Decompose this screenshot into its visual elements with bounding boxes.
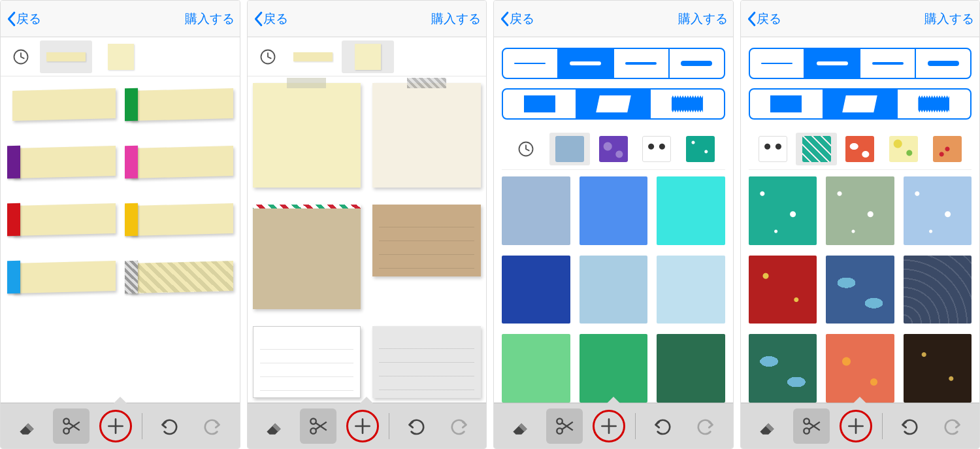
category-recent[interactable] [506, 133, 547, 165]
tape-shape-option[interactable] [503, 90, 576, 118]
add-button[interactable] [838, 408, 874, 444]
undo-button[interactable] [397, 408, 434, 444]
line-width-option[interactable] [557, 49, 613, 78]
sticker-strip[interactable] [6, 83, 117, 129]
line-width-option[interactable] [804, 49, 859, 78]
category-swatch[interactable] [883, 133, 924, 165]
category-swatch[interactable] [753, 133, 794, 165]
purchase-button[interactable]: 購入する [431, 10, 481, 27]
eraser-button[interactable] [749, 408, 785, 444]
scissors-button[interactable] [793, 408, 830, 444]
category-swatch[interactable] [549, 133, 591, 165]
sticker-note[interactable] [372, 326, 481, 398]
scissors-button[interactable] [546, 408, 583, 444]
undo-button[interactable] [644, 408, 680, 444]
pattern-swatch[interactable] [749, 256, 817, 324]
category-tabs [248, 37, 487, 76]
pattern-swatch[interactable] [826, 176, 894, 245]
tape-shape-option[interactable] [896, 90, 970, 118]
screen-sticker-strips: 戻る 購入する [0, 0, 240, 449]
pattern-swatch[interactable] [826, 334, 894, 403]
toolbar-divider [635, 413, 636, 439]
strip-grid [1, 76, 240, 403]
sticker-note[interactable] [372, 83, 481, 188]
tab-recent[interactable] [252, 41, 284, 73]
sticker-note[interactable] [253, 83, 361, 188]
purchase-button[interactable]: 購入する [924, 10, 974, 27]
redo-button[interactable] [688, 408, 725, 444]
color-swatch[interactable] [502, 256, 570, 324]
line-width-option[interactable] [668, 49, 724, 78]
color-swatch[interactable] [657, 176, 725, 245]
scissors-button[interactable] [300, 408, 336, 444]
back-button[interactable]: 戻る [746, 10, 781, 27]
line-width-option[interactable] [503, 49, 557, 78]
pattern-swatch[interactable] [749, 176, 817, 245]
back-label: 戻る [757, 10, 781, 27]
purchase-button[interactable]: 購入する [185, 10, 235, 27]
tape-shape-option[interactable] [823, 90, 896, 118]
color-swatch[interactable] [657, 334, 725, 403]
color-swatch[interactable] [502, 334, 570, 403]
category-swatch[interactable] [926, 133, 968, 165]
color-swatch[interactable] [580, 256, 648, 324]
sticker-note[interactable] [372, 205, 481, 276]
sticker-note[interactable] [253, 326, 361, 398]
pattern-swatch[interactable] [904, 176, 972, 245]
purchase-button[interactable]: 購入する [678, 10, 728, 27]
pattern-swatch[interactable] [904, 256, 972, 324]
tape-shape-option[interactable] [750, 90, 823, 118]
note-icon [108, 44, 134, 70]
pattern-swatch[interactable] [904, 334, 972, 403]
category-swatch[interactable] [636, 133, 678, 165]
undo-button[interactable] [150, 408, 187, 444]
eraser-button[interactable] [8, 408, 45, 444]
tape-config [494, 37, 733, 403]
color-swatch[interactable] [502, 176, 570, 245]
tab-strips[interactable] [287, 41, 339, 73]
category-swatch[interactable] [680, 133, 721, 165]
back-button[interactable]: 戻る [253, 10, 288, 27]
add-button[interactable] [344, 408, 381, 444]
tape-shape-option[interactable] [649, 90, 723, 118]
category-swatch[interactable] [840, 133, 881, 165]
pattern-swatch[interactable] [749, 334, 817, 403]
line-width-option[interactable] [750, 49, 804, 78]
sticker-strip[interactable] [6, 141, 117, 186]
back-button[interactable]: 戻る [499, 10, 534, 27]
category-tabs [1, 37, 240, 76]
color-swatch[interactable] [580, 176, 648, 245]
color-swatch[interactable] [580, 334, 648, 403]
tab-notes[interactable] [95, 41, 147, 73]
pattern-swatch[interactable] [826, 256, 894, 324]
redo-button[interactable] [935, 408, 972, 444]
sticker-note[interactable] [253, 205, 361, 309]
redo-button[interactable] [195, 408, 231, 444]
eraser-icon [263, 415, 285, 437]
eraser-button[interactable] [502, 408, 538, 444]
scissors-button[interactable] [53, 408, 90, 444]
add-button[interactable] [97, 408, 134, 444]
category-swatch[interactable] [593, 133, 634, 165]
redo-button[interactable] [442, 408, 478, 444]
line-width-option[interactable] [859, 49, 915, 78]
sticker-strip[interactable] [6, 256, 117, 301]
tab-strips[interactable] [40, 41, 92, 73]
tape-shape-option[interactable] [576, 90, 649, 118]
sticker-strip[interactable] [123, 198, 235, 244]
eraser-button[interactable] [255, 408, 292, 444]
add-button[interactable] [591, 408, 627, 444]
back-button[interactable]: 戻る [6, 10, 41, 27]
back-label: 戻る [263, 10, 288, 27]
sticker-strip[interactable] [6, 198, 117, 244]
category-swatch[interactable] [796, 133, 837, 165]
sticker-strip[interactable] [123, 83, 235, 129]
line-width-option[interactable] [915, 49, 970, 78]
undo-button[interactable] [890, 408, 927, 444]
color-swatch[interactable] [657, 256, 725, 324]
sticker-strip[interactable] [123, 141, 235, 186]
sticker-strip[interactable] [123, 256, 235, 301]
line-width-option[interactable] [613, 49, 668, 78]
tab-recent[interactable] [5, 41, 37, 73]
tab-notes[interactable] [342, 41, 394, 73]
